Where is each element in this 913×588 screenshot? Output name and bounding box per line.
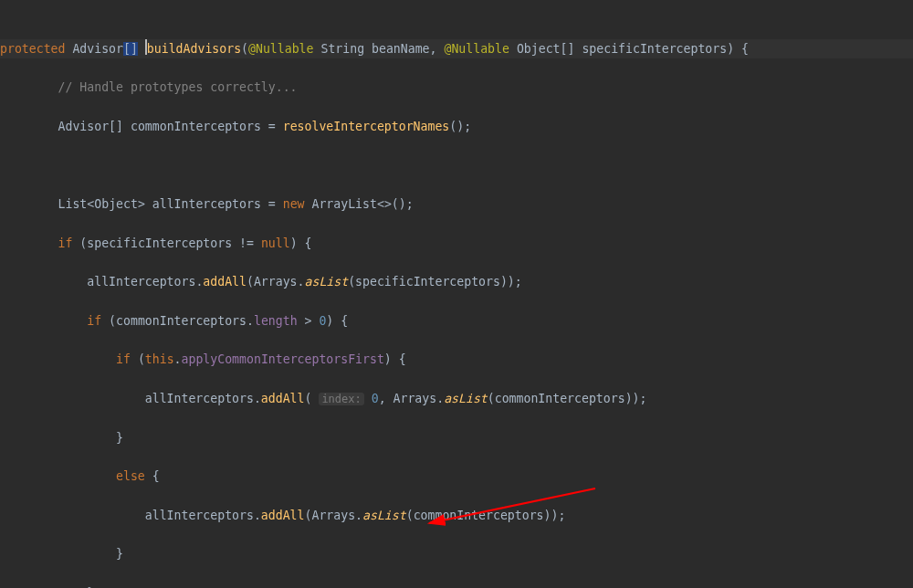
code-line: if (this.applyCommonInterceptorsFirst) { (0, 350, 913, 369)
type: Object (517, 42, 561, 56)
code-line: if (specificInterceptors != null) { (0, 234, 913, 253)
method-name: buildAdvisors (147, 42, 241, 56)
comment: // Handle prototypes correctly... (58, 80, 298, 94)
code-line: allInterceptors.addAll(Arrays.asList(com… (0, 506, 913, 525)
type: Advisor (72, 42, 123, 56)
code-line: List<Object> allInterceptors = new Array… (0, 194, 913, 214)
bracket-highlight: [ (123, 42, 131, 56)
annotation: @Nullable (248, 42, 313, 56)
bracket-highlight: ] (131, 42, 138, 56)
code-line: } (0, 583, 913, 588)
code-line: } (0, 544, 913, 563)
code-line: protected Advisor[] buildAdvisors(@Nulla… (0, 39, 913, 58)
code-editor[interactable]: protected Advisor[] buildAdvisors(@Nulla… (0, 0, 913, 588)
param-hint: index: (319, 393, 363, 405)
type: String (320, 42, 364, 56)
code-line: else { (0, 467, 913, 486)
code-line: } (0, 428, 913, 447)
code-line (0, 155, 913, 174)
code-line: if (commonInterceptors.length > 0) { (0, 311, 913, 331)
keyword: protected (0, 42, 65, 56)
code-line: Advisor[] commonInterceptors = resolveIn… (0, 117, 913, 136)
brackets: [] (561, 42, 575, 56)
code-line: // Handle prototypes correctly... (0, 78, 913, 97)
param: beanName (372, 42, 430, 56)
code-line: allInterceptors.addAll(Arrays.asList(spe… (0, 272, 913, 291)
annotation: @Nullable (444, 42, 509, 56)
code-line: allInterceptors.addAll( index: 0, Arrays… (0, 389, 913, 408)
param: specificInterceptors (582, 42, 727, 56)
